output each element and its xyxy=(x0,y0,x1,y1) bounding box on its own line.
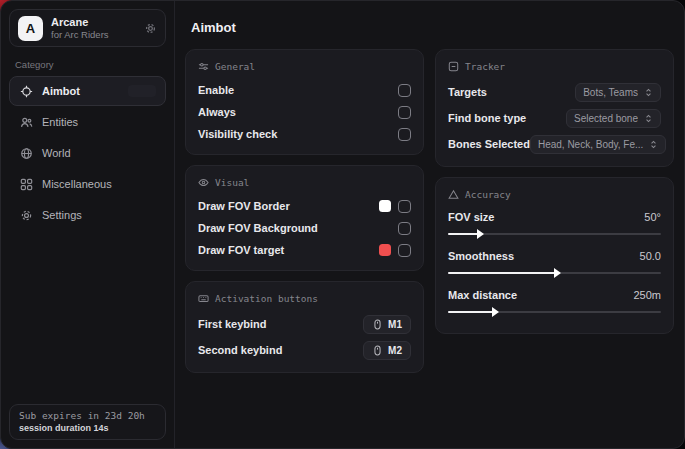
setting-label: Visibility check xyxy=(198,128,277,140)
brand-logo: A xyxy=(18,16,43,41)
slider-fill xyxy=(448,311,493,313)
slider-fill xyxy=(448,233,478,235)
left-column: General Enable Always Visibility check xyxy=(185,49,424,373)
setting-row-first-keybind: First keybind M1 xyxy=(198,311,411,337)
visibility-check-checkbox[interactable] xyxy=(398,128,411,141)
setting-label: Enable xyxy=(198,84,234,96)
general-card-header: General xyxy=(198,61,411,72)
sidebar-item-entities[interactable]: Entities xyxy=(9,107,166,137)
sidebar-item-label: Aimbot xyxy=(42,85,80,97)
setting-label: Draw FOV Border xyxy=(198,200,290,212)
setting-label: Draw FOV target xyxy=(198,244,284,256)
fov-background-checkbox[interactable] xyxy=(398,222,411,235)
chevron-up-down-icon xyxy=(649,140,658,149)
setting-row-visibility-check: Visibility check xyxy=(198,123,411,145)
faint-keybind-badge xyxy=(128,85,156,97)
dropdown-value: Bots, Teams xyxy=(583,87,638,98)
setting-label: First keybind xyxy=(198,318,266,330)
sidebar-item-label: Settings xyxy=(42,209,82,221)
subscription-card: Sub expires in 23d 20h session duration … xyxy=(9,404,166,440)
slider-fill xyxy=(448,272,555,274)
always-checkbox[interactable] xyxy=(398,106,411,119)
accuracy-card: Accuracy FOV size 50° xyxy=(435,177,674,334)
fov-size-value: 50° xyxy=(644,211,661,223)
fov-size-slider-group: FOV size 50° xyxy=(448,207,661,235)
page-title: Aimbot xyxy=(191,20,674,35)
tracker-card-title: Tracker xyxy=(465,61,505,72)
visual-card: Visual Draw FOV Border Draw FOV Backgrou… xyxy=(185,165,424,271)
subscription-expiry: Sub expires in 23d 20h xyxy=(19,410,156,421)
setting-row-always: Always xyxy=(198,101,411,123)
chevron-up-down-icon xyxy=(644,114,653,123)
brand-name: Arcane xyxy=(51,16,136,29)
visual-card-header: Visual xyxy=(198,177,411,188)
second-keybind-button[interactable]: M2 xyxy=(363,341,411,360)
scan-box-icon xyxy=(448,61,459,72)
sidebar-item-label: Miscellaneous xyxy=(42,178,112,190)
setting-row-targets: Targets Bots, Teams xyxy=(448,79,661,105)
sidebar-spacer xyxy=(9,230,166,404)
accuracy-card-header: Accuracy xyxy=(448,189,661,200)
fov-size-slider[interactable] xyxy=(448,233,661,235)
activation-card-title: Activation buttons xyxy=(215,293,318,304)
session-duration: session duration 14s xyxy=(19,423,156,433)
setting-row-find-bone-type: Find bone type Selected bone xyxy=(448,105,661,131)
bones-selected-dropdown[interactable]: Head, Neck, Body, Fe... xyxy=(530,135,666,154)
setting-label: FOV size xyxy=(448,211,494,223)
first-keybind-button[interactable]: M1 xyxy=(363,315,411,334)
mouse-icon xyxy=(372,345,383,356)
crosshair-icon xyxy=(20,85,33,98)
keybind-value: M1 xyxy=(388,319,402,330)
app-window: A Arcane for Arc Riders Category Aimbot xyxy=(0,0,685,449)
general-card-title: General xyxy=(215,61,255,72)
sidebar-nav: Aimbot Entities World xyxy=(9,76,166,230)
fov-border-color-swatch[interactable] xyxy=(379,200,391,212)
setting-label: Bones Selected xyxy=(448,138,530,150)
fov-target-color-swatch[interactable] xyxy=(379,244,391,256)
setting-row-enable: Enable xyxy=(198,79,411,101)
tracker-card: Tracker Targets Bots, Teams xyxy=(435,49,674,167)
brand-subtitle: for Arc Riders xyxy=(51,29,136,40)
enable-checkbox[interactable] xyxy=(398,84,411,97)
activation-card-header: Activation buttons xyxy=(198,293,411,304)
triangle-icon xyxy=(448,189,459,200)
targets-dropdown[interactable]: Bots, Teams xyxy=(575,83,661,102)
setting-label: Draw FOV Background xyxy=(198,222,318,234)
mouse-icon xyxy=(372,319,383,330)
sidebar-item-aimbot[interactable]: Aimbot xyxy=(9,76,166,106)
max-distance-slider-group: Max distance 250m xyxy=(448,285,661,313)
setting-row-bones-selected: Bones Selected Head, Neck, Body, Fe... xyxy=(448,131,661,157)
smoothness-slider-group: Smoothness 50.0 xyxy=(448,246,661,274)
gear-icon xyxy=(20,209,33,222)
max-distance-slider[interactable] xyxy=(448,311,661,313)
general-card: General Enable Always Visibility check xyxy=(185,49,424,155)
brand-names: Arcane for Arc Riders xyxy=(51,16,136,41)
slider-thumb[interactable] xyxy=(492,307,499,317)
slider-thumb[interactable] xyxy=(477,229,484,239)
activation-card: Activation buttons First keybind M1 xyxy=(185,281,424,373)
setting-label: Targets xyxy=(448,86,487,98)
smoothness-slider[interactable] xyxy=(448,272,661,274)
dropdown-value: Selected bone xyxy=(574,113,638,124)
sidebar-item-label: Entities xyxy=(42,116,78,128)
setting-label: Max distance xyxy=(448,289,517,301)
globe-icon xyxy=(20,147,33,160)
find-bone-type-dropdown[interactable]: Selected bone xyxy=(566,109,661,128)
setting-row-fov-target: Draw FOV target xyxy=(198,239,411,261)
setting-row-second-keybind: Second keybind M2 xyxy=(198,337,411,363)
visual-card-title: Visual xyxy=(215,177,249,188)
fov-border-checkbox[interactable] xyxy=(398,200,411,213)
sidebar-item-settings[interactable]: Settings xyxy=(9,200,166,230)
accuracy-card-title: Accuracy xyxy=(465,189,511,200)
dropdown-value: Head, Neck, Body, Fe... xyxy=(538,139,643,150)
gear-icon[interactable] xyxy=(144,22,157,35)
keyboard-icon xyxy=(198,293,209,304)
slider-thumb[interactable] xyxy=(554,268,561,278)
sliders-icon xyxy=(198,61,209,72)
fov-target-checkbox[interactable] xyxy=(398,244,411,257)
category-label: Category xyxy=(15,59,160,70)
sidebar-item-world[interactable]: World xyxy=(9,138,166,168)
sidebar-item-miscellaneous[interactable]: Miscellaneous xyxy=(9,169,166,199)
setting-label: Find bone type xyxy=(448,112,526,124)
setting-label: Always xyxy=(198,106,236,118)
